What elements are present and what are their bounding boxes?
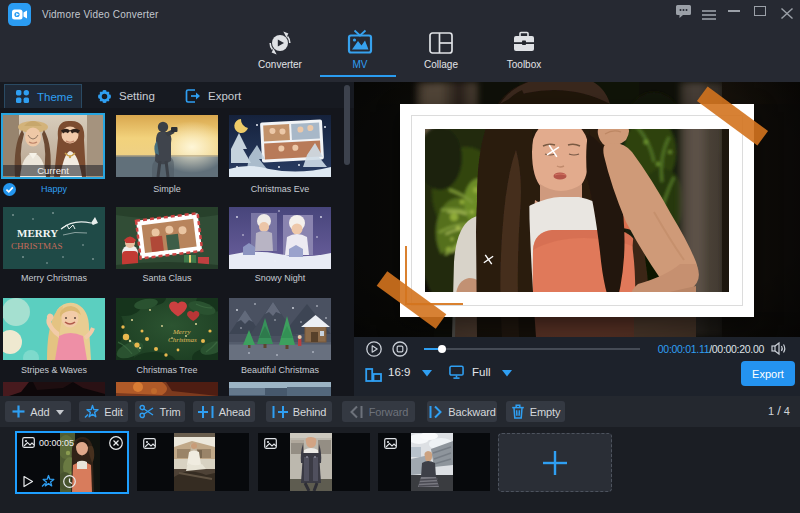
svg-text:MERRY: MERRY	[17, 227, 58, 239]
svg-text:CHRISTMAS: CHRISTMAS	[11, 241, 63, 251]
svg-text:Merry: Merry	[172, 328, 191, 336]
svg-text:Christmas: Christmas	[168, 336, 197, 344]
